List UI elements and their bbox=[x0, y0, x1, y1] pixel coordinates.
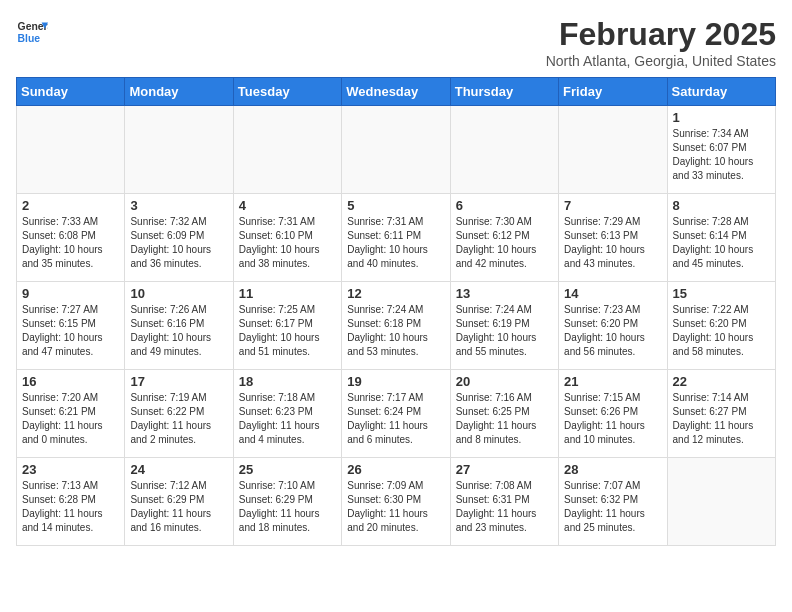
day-number: 17 bbox=[130, 374, 227, 389]
calendar-cell: 24Sunrise: 7:12 AM Sunset: 6:29 PM Dayli… bbox=[125, 458, 233, 546]
weekday-header-monday: Monday bbox=[125, 78, 233, 106]
day-info: Sunrise: 7:22 AM Sunset: 6:20 PM Dayligh… bbox=[673, 303, 770, 359]
day-number: 3 bbox=[130, 198, 227, 213]
day-number: 19 bbox=[347, 374, 444, 389]
day-info: Sunrise: 7:24 AM Sunset: 6:19 PM Dayligh… bbox=[456, 303, 553, 359]
day-info: Sunrise: 7:08 AM Sunset: 6:31 PM Dayligh… bbox=[456, 479, 553, 535]
weekday-header-thursday: Thursday bbox=[450, 78, 558, 106]
calendar-cell bbox=[125, 106, 233, 194]
day-info: Sunrise: 7:25 AM Sunset: 6:17 PM Dayligh… bbox=[239, 303, 336, 359]
svg-text:Blue: Blue bbox=[18, 33, 41, 44]
day-number: 6 bbox=[456, 198, 553, 213]
location-subtitle: North Atlanta, Georgia, United States bbox=[546, 53, 776, 69]
calendar-cell: 20Sunrise: 7:16 AM Sunset: 6:25 PM Dayli… bbox=[450, 370, 558, 458]
day-info: Sunrise: 7:32 AM Sunset: 6:09 PM Dayligh… bbox=[130, 215, 227, 271]
calendar-cell: 15Sunrise: 7:22 AM Sunset: 6:20 PM Dayli… bbox=[667, 282, 775, 370]
day-info: Sunrise: 7:17 AM Sunset: 6:24 PM Dayligh… bbox=[347, 391, 444, 447]
calendar-cell: 4Sunrise: 7:31 AM Sunset: 6:10 PM Daylig… bbox=[233, 194, 341, 282]
day-info: Sunrise: 7:31 AM Sunset: 6:11 PM Dayligh… bbox=[347, 215, 444, 271]
day-info: Sunrise: 7:10 AM Sunset: 6:29 PM Dayligh… bbox=[239, 479, 336, 535]
calendar-cell: 9Sunrise: 7:27 AM Sunset: 6:15 PM Daylig… bbox=[17, 282, 125, 370]
calendar-cell: 17Sunrise: 7:19 AM Sunset: 6:22 PM Dayli… bbox=[125, 370, 233, 458]
day-number: 16 bbox=[22, 374, 119, 389]
day-number: 1 bbox=[673, 110, 770, 125]
day-number: 10 bbox=[130, 286, 227, 301]
day-number: 2 bbox=[22, 198, 119, 213]
calendar-header-row: SundayMondayTuesdayWednesdayThursdayFrid… bbox=[17, 78, 776, 106]
calendar-cell: 8Sunrise: 7:28 AM Sunset: 6:14 PM Daylig… bbox=[667, 194, 775, 282]
calendar-cell: 21Sunrise: 7:15 AM Sunset: 6:26 PM Dayli… bbox=[559, 370, 667, 458]
day-number: 24 bbox=[130, 462, 227, 477]
day-info: Sunrise: 7:15 AM Sunset: 6:26 PM Dayligh… bbox=[564, 391, 661, 447]
day-info: Sunrise: 7:13 AM Sunset: 6:28 PM Dayligh… bbox=[22, 479, 119, 535]
logo-icon: General Blue bbox=[16, 16, 48, 48]
day-number: 14 bbox=[564, 286, 661, 301]
calendar-cell: 19Sunrise: 7:17 AM Sunset: 6:24 PM Dayli… bbox=[342, 370, 450, 458]
weekday-header-wednesday: Wednesday bbox=[342, 78, 450, 106]
page-header: General Blue February 2025 North Atlanta… bbox=[16, 16, 776, 69]
day-number: 18 bbox=[239, 374, 336, 389]
day-number: 9 bbox=[22, 286, 119, 301]
day-number: 5 bbox=[347, 198, 444, 213]
weekday-header-tuesday: Tuesday bbox=[233, 78, 341, 106]
day-number: 23 bbox=[22, 462, 119, 477]
day-info: Sunrise: 7:18 AM Sunset: 6:23 PM Dayligh… bbox=[239, 391, 336, 447]
calendar-week-row: 9Sunrise: 7:27 AM Sunset: 6:15 PM Daylig… bbox=[17, 282, 776, 370]
calendar-week-row: 16Sunrise: 7:20 AM Sunset: 6:21 PM Dayli… bbox=[17, 370, 776, 458]
weekday-header-friday: Friday bbox=[559, 78, 667, 106]
day-number: 15 bbox=[673, 286, 770, 301]
day-number: 25 bbox=[239, 462, 336, 477]
day-number: 20 bbox=[456, 374, 553, 389]
calendar-cell: 18Sunrise: 7:18 AM Sunset: 6:23 PM Dayli… bbox=[233, 370, 341, 458]
day-number: 21 bbox=[564, 374, 661, 389]
calendar-cell: 28Sunrise: 7:07 AM Sunset: 6:32 PM Dayli… bbox=[559, 458, 667, 546]
calendar-cell bbox=[233, 106, 341, 194]
calendar-cell: 25Sunrise: 7:10 AM Sunset: 6:29 PM Dayli… bbox=[233, 458, 341, 546]
calendar-cell: 23Sunrise: 7:13 AM Sunset: 6:28 PM Dayli… bbox=[17, 458, 125, 546]
day-info: Sunrise: 7:30 AM Sunset: 6:12 PM Dayligh… bbox=[456, 215, 553, 271]
calendar-cell: 14Sunrise: 7:23 AM Sunset: 6:20 PM Dayli… bbox=[559, 282, 667, 370]
day-number: 27 bbox=[456, 462, 553, 477]
day-info: Sunrise: 7:20 AM Sunset: 6:21 PM Dayligh… bbox=[22, 391, 119, 447]
calendar-cell: 5Sunrise: 7:31 AM Sunset: 6:11 PM Daylig… bbox=[342, 194, 450, 282]
calendar-week-row: 2Sunrise: 7:33 AM Sunset: 6:08 PM Daylig… bbox=[17, 194, 776, 282]
day-info: Sunrise: 7:28 AM Sunset: 6:14 PM Dayligh… bbox=[673, 215, 770, 271]
day-info: Sunrise: 7:19 AM Sunset: 6:22 PM Dayligh… bbox=[130, 391, 227, 447]
title-block: February 2025 North Atlanta, Georgia, Un… bbox=[546, 16, 776, 69]
calendar-cell: 1Sunrise: 7:34 AM Sunset: 6:07 PM Daylig… bbox=[667, 106, 775, 194]
day-info: Sunrise: 7:33 AM Sunset: 6:08 PM Dayligh… bbox=[22, 215, 119, 271]
calendar-cell: 10Sunrise: 7:26 AM Sunset: 6:16 PM Dayli… bbox=[125, 282, 233, 370]
calendar-cell: 11Sunrise: 7:25 AM Sunset: 6:17 PM Dayli… bbox=[233, 282, 341, 370]
day-info: Sunrise: 7:23 AM Sunset: 6:20 PM Dayligh… bbox=[564, 303, 661, 359]
calendar-cell: 2Sunrise: 7:33 AM Sunset: 6:08 PM Daylig… bbox=[17, 194, 125, 282]
day-info: Sunrise: 7:26 AM Sunset: 6:16 PM Dayligh… bbox=[130, 303, 227, 359]
calendar-cell bbox=[667, 458, 775, 546]
calendar-cell: 27Sunrise: 7:08 AM Sunset: 6:31 PM Dayli… bbox=[450, 458, 558, 546]
day-info: Sunrise: 7:24 AM Sunset: 6:18 PM Dayligh… bbox=[347, 303, 444, 359]
day-number: 13 bbox=[456, 286, 553, 301]
month-year-title: February 2025 bbox=[546, 16, 776, 53]
day-info: Sunrise: 7:29 AM Sunset: 6:13 PM Dayligh… bbox=[564, 215, 661, 271]
day-info: Sunrise: 7:12 AM Sunset: 6:29 PM Dayligh… bbox=[130, 479, 227, 535]
calendar-cell bbox=[450, 106, 558, 194]
day-number: 28 bbox=[564, 462, 661, 477]
day-info: Sunrise: 7:09 AM Sunset: 6:30 PM Dayligh… bbox=[347, 479, 444, 535]
calendar-cell: 16Sunrise: 7:20 AM Sunset: 6:21 PM Dayli… bbox=[17, 370, 125, 458]
day-info: Sunrise: 7:16 AM Sunset: 6:25 PM Dayligh… bbox=[456, 391, 553, 447]
calendar-table: SundayMondayTuesdayWednesdayThursdayFrid… bbox=[16, 77, 776, 546]
day-info: Sunrise: 7:07 AM Sunset: 6:32 PM Dayligh… bbox=[564, 479, 661, 535]
calendar-cell bbox=[342, 106, 450, 194]
day-number: 26 bbox=[347, 462, 444, 477]
day-number: 22 bbox=[673, 374, 770, 389]
weekday-header-sunday: Sunday bbox=[17, 78, 125, 106]
weekday-header-saturday: Saturday bbox=[667, 78, 775, 106]
calendar-week-row: 23Sunrise: 7:13 AM Sunset: 6:28 PM Dayli… bbox=[17, 458, 776, 546]
day-info: Sunrise: 7:34 AM Sunset: 6:07 PM Dayligh… bbox=[673, 127, 770, 183]
day-info: Sunrise: 7:31 AM Sunset: 6:10 PM Dayligh… bbox=[239, 215, 336, 271]
calendar-cell bbox=[559, 106, 667, 194]
calendar-cell: 6Sunrise: 7:30 AM Sunset: 6:12 PM Daylig… bbox=[450, 194, 558, 282]
calendar-cell: 7Sunrise: 7:29 AM Sunset: 6:13 PM Daylig… bbox=[559, 194, 667, 282]
day-info: Sunrise: 7:27 AM Sunset: 6:15 PM Dayligh… bbox=[22, 303, 119, 359]
calendar-cell bbox=[17, 106, 125, 194]
day-number: 11 bbox=[239, 286, 336, 301]
